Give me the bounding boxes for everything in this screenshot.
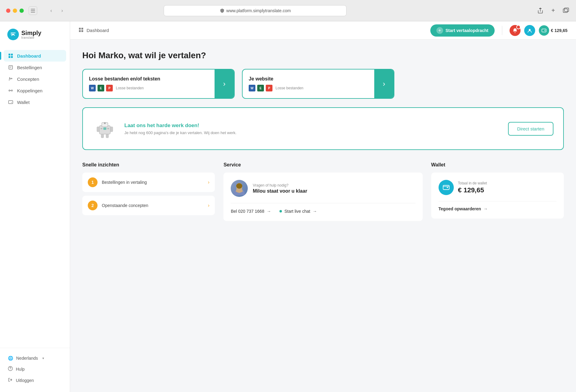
start-translation-button[interactable]: + Start vertaalopdracht [430, 24, 495, 37]
file-label-website: Losse bestanden [276, 86, 303, 90]
top-bar: Dashboard + Start vertaalopdracht [70, 21, 576, 40]
sidebar-toggle-icon[interactable] [29, 6, 37, 15]
notification-bell-icon[interactable] [510, 25, 521, 36]
svg-rect-28 [107, 128, 109, 129]
wallet-balance-badge[interactable]: € 129,65 [539, 25, 568, 36]
address-bar[interactable]: www.platform.simplytranslate.com [164, 5, 347, 16]
option-title-website: Je website [249, 76, 368, 82]
hulp-item[interactable]: Hulp [4, 363, 66, 375]
sidebar-nav: Dashboard Bestellingen Concepten [0, 50, 70, 342]
insight-item-2[interactable]: 2 Openstaande concepten › [82, 196, 215, 215]
svg-point-11 [9, 90, 10, 91]
svg-point-35 [236, 183, 242, 189]
svg-rect-13 [9, 101, 13, 104]
wallet-icon [8, 99, 13, 105]
pdf-file-icon-2: P [266, 85, 272, 91]
wallet-details: Totaal in de wallet € 129,65 [458, 181, 487, 194]
wallet-card: Totaal in de wallet € 129,65 Tegoed opwa… [431, 173, 564, 219]
direct-starten-button[interactable]: Direct starten [508, 122, 553, 136]
chat-contact[interactable]: Start live chat → [279, 209, 317, 214]
wallet-section: Wallet Totaal in de wall [431, 162, 564, 221]
dashboard-icon [8, 53, 13, 59]
svg-rect-9 [11, 56, 13, 58]
uitloggen-label: Uitloggen [16, 378, 34, 383]
option-card-website[interactable]: Je website W E P Losse bestanden › [242, 69, 394, 99]
option-title-files: Losse bestanden en/of teksten [89, 76, 208, 82]
option-card-website-arrow[interactable]: › [374, 69, 394, 98]
svg-rect-10 [9, 66, 12, 69]
top-bar-title: Dashboard [79, 27, 109, 34]
svg-rect-7 [11, 54, 13, 55]
svg-rect-18 [79, 30, 81, 32]
maximize-button[interactable] [20, 9, 24, 13]
language-selector[interactable]: 🌐 Nederlands ▾ [4, 353, 66, 363]
service-person: Vragen of hulp nodig? Milou staat voor u… [231, 180, 415, 197]
insight-item-1[interactable]: 1 Bestellingen in vertaling › [82, 173, 215, 192]
option-card-files-content: Losse bestanden en/of teksten W E P Loss… [83, 69, 215, 98]
word-file-icon-2: W [249, 85, 255, 91]
sidebar-item-dashboard[interactable]: Dashboard [4, 50, 66, 62]
svg-rect-29 [101, 134, 104, 138]
service-name: Milou staat voor u klaar [253, 188, 307, 194]
svg-rect-4 [563, 9, 567, 12]
uitloggen-item[interactable]: Uitloggen [4, 375, 66, 386]
logo-subtext: translate [21, 36, 41, 39]
svg-rect-21 [542, 29, 546, 32]
insight-arrow-icon-1: › [208, 180, 209, 185]
dashboard-small-icon [79, 27, 84, 34]
share-icon[interactable] [536, 7, 544, 15]
phone-contact[interactable]: Bel 020 737 1668 → [231, 209, 271, 214]
topup-arrow-icon: → [483, 206, 488, 211]
service-divider [231, 203, 415, 203]
topbar-actions: € 129,65 [510, 25, 568, 36]
new-tab-icon[interactable]: + [549, 7, 557, 15]
start-btn-label: Start vertaalopdracht [446, 28, 489, 33]
sidebar-item-koppelingen[interactable]: Koppelingen [4, 85, 66, 96]
service-title: Service [223, 162, 422, 168]
sidebar-item-bestellingen[interactable]: Bestellingen [4, 62, 66, 73]
svg-rect-2 [31, 12, 35, 12]
chat-label: Start live chat [284, 209, 310, 214]
concepten-icon [8, 76, 13, 82]
sidebar-logo: Simply translate [0, 29, 70, 50]
koppelingen-icon [8, 88, 13, 93]
excel-file-icon: E [98, 85, 104, 91]
insight-label-2: Openstaande concepten [102, 203, 204, 208]
help-icon [8, 366, 13, 372]
tabs-icon[interactable] [562, 7, 570, 15]
user-avatar-icon[interactable] [524, 25, 535, 36]
promo-subtitle: Je hebt nog 600 pagina's die je kan vert… [124, 130, 501, 135]
minimize-button[interactable] [13, 9, 17, 13]
svg-rect-5 [564, 8, 569, 12]
close-button[interactable] [6, 9, 10, 13]
topbar-label: Dashboard [87, 28, 109, 33]
browser-actions: + [536, 7, 570, 15]
service-section: Service [223, 162, 422, 221]
sidebar-item-concepten[interactable]: Concepten [4, 73, 66, 85]
svg-rect-16 [79, 28, 81, 30]
plus-icon: + [436, 27, 443, 34]
svg-rect-17 [81, 28, 83, 30]
wallet-label-text: Totaal in de wallet [458, 181, 487, 185]
bestellingen-icon [8, 65, 13, 70]
excel-file-icon-2: E [257, 85, 264, 91]
svg-point-22 [544, 30, 545, 31]
topup-wallet-button[interactable]: Tegoed opwaarderen → [439, 206, 556, 211]
sidebar-item-wallet[interactable]: Wallet [4, 96, 66, 108]
option-card-files-arrow[interactable]: › [215, 69, 234, 98]
svg-rect-6 [9, 54, 10, 55]
sidebar-bottom: 🌐 Nederlands ▾ Hulp [0, 348, 70, 386]
topup-label: Tegoed opwaarderen [439, 206, 481, 211]
back-arrow-icon[interactable]: ‹ [47, 6, 55, 15]
svg-rect-32 [110, 127, 113, 132]
file-label-files: Losse bestanden [116, 86, 144, 90]
sidebar-item-label: Wallet [17, 100, 30, 105]
browser-navigation: ‹ › [47, 6, 66, 15]
insight-arrow-icon-2: › [208, 203, 209, 208]
svg-point-25 [104, 122, 106, 124]
main-content: Dashboard + Start vertaalopdracht [70, 21, 576, 392]
forward-arrow-icon[interactable]: › [58, 6, 66, 15]
sidebar-item-label: Koppelingen [17, 88, 42, 93]
option-card-files[interactable]: Losse bestanden en/of teksten W E P Loss… [82, 69, 235, 99]
sidebar-item-label: Dashboard [17, 53, 41, 59]
